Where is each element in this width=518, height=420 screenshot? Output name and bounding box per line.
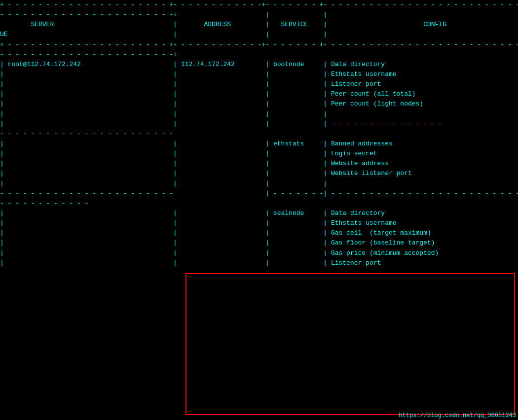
terminal-window: + - - - - - - - - - - - - - - - - - - - … [0,0,518,420]
url-label: https://blog.csdn.net/qq_36651243 [399,412,516,419]
highlight-box [185,273,515,415]
terminal-content: + - - - - - - - - - - - - - - - - - - - … [0,0,518,268]
